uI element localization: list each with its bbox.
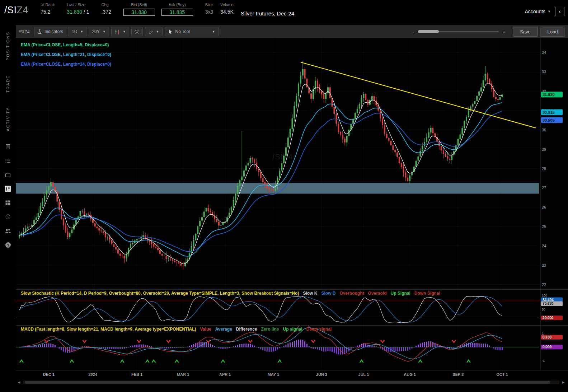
zoom-slider[interactable] <box>418 31 499 32</box>
svg-text:23: 23 <box>542 263 546 267</box>
symbol-suffix: Z4 <box>17 5 29 15</box>
svg-text:1: 1 <box>542 332 544 335</box>
people-icon[interactable] <box>4 227 11 234</box>
active-tool-label: No Tool <box>175 29 190 34</box>
chevron-down-icon: ▼ <box>548 10 551 13</box>
sidebar-tab-activity[interactable]: ACTIVITY <box>6 107 10 131</box>
toolbar-symbol[interactable]: /SIZ4 <box>19 29 30 34</box>
chart-toolbar: /SIZ4 Indicators 1D ▼ 20Y ▼ ▼ <box>16 25 568 38</box>
ema-study-label[interactable]: EMA (Price=CLOSE, Length=21, Displace=0) <box>21 50 111 60</box>
flask-icon <box>37 29 42 34</box>
price-chart[interactable]: EMA (Price=CLOSE, Length=5, Displace=0)E… <box>16 38 568 289</box>
bid-field: Bid (Sell) 31.830 <box>123 2 155 16</box>
svg-text:30: 30 <box>542 128 546 132</box>
cursor-icon <box>168 29 173 34</box>
zoom-slider-thumb[interactable] <box>418 30 439 33</box>
svg-text:28: 28 <box>542 167 546 171</box>
svg-text:20.000: 20.000 <box>543 316 554 320</box>
chg-field: Chg .372 <box>101 2 111 16</box>
svg-text:31.830: 31.830 <box>543 92 555 97</box>
legend-overbought: Overbought <box>339 291 364 296</box>
legend-down-signal: Down signal <box>306 327 332 332</box>
size-field: Size 3x3 <box>205 2 213 16</box>
ema-study-label[interactable]: EMA (Price=CLOSE, Length=34, Displace=0) <box>21 60 111 69</box>
header: /SIZ4 IV Rank 75.2 Last / Size 31.830 / … <box>0 0 568 22</box>
active-tool-dropdown[interactable]: No Tool ▼ <box>165 27 219 36</box>
iv-rank-value: 75.2 <box>41 8 55 16</box>
macd-study-label[interactable]: MACD (Fast length=8, Slow length=21, MAC… <box>21 327 332 332</box>
scrollbar-thumb[interactable] <box>25 381 550 384</box>
stochastic-title[interactable]: Slow Stochastic (K Period=14, D Period=9… <box>21 291 299 296</box>
drawing-tools-dropdown[interactable]: ▼ <box>145 27 163 36</box>
notes-icon[interactable] <box>4 143 11 150</box>
legend-zero-line: Zero line <box>261 327 279 332</box>
svg-text:26: 26 <box>542 205 546 209</box>
time-scrollbar[interactable]: ◀ ▶ <box>17 379 566 385</box>
list-icon[interactable] <box>4 157 11 164</box>
grid-icon[interactable] <box>4 199 11 206</box>
accounts-dropdown[interactable]: Accounts ▼ <box>525 9 551 14</box>
sidebar-tab-trade[interactable]: TRADE <box>6 75 10 93</box>
chart-style-dropdown[interactable]: ▼ <box>111 27 129 36</box>
help-icon[interactable]: ? <box>4 241 11 248</box>
size-value: 3x3 <box>205 8 213 16</box>
time-axis: DEC 12024FEB 1MAR 1APR 1MAY 1JUN 3JUL 1A… <box>16 370 568 379</box>
ask-button[interactable]: 31.835 <box>161 9 193 16</box>
stochastic-study-label[interactable]: Slow Stochastic (K Period=14, D Period=9… <box>21 291 440 296</box>
legend-difference: Difference <box>236 327 257 332</box>
macd-canvas[interactable]: 1-10.7300.009 <box>16 326 568 370</box>
legend-up-signal: Up Signal <box>391 291 410 296</box>
zoom-in-button[interactable]: + <box>502 29 506 35</box>
svg-text:0.730: 0.730 <box>543 335 551 339</box>
symbol-display[interactable]: /SIZ4 <box>4 5 28 16</box>
zoom-out-button[interactable]: - <box>413 29 414 35</box>
time-axis-label: APR 1 <box>219 372 231 377</box>
svg-text:24: 24 <box>542 244 546 248</box>
macd-title[interactable]: MACD (Fast length=8, Slow length=21, MAC… <box>21 327 196 332</box>
macd-panel[interactable]: MACD (Fast length=8, Slow length=21, MAC… <box>16 325 568 370</box>
time-axis-label: JUL 1 <box>358 372 369 377</box>
gear-icon <box>134 29 140 34</box>
tray-icon[interactable] <box>4 171 11 178</box>
svg-text:50: 50 <box>542 308 545 311</box>
legend-slow-d: Slow D <box>321 291 335 296</box>
scroll-left-arrow[interactable]: ◀ <box>17 381 22 384</box>
collapse-panel-button[interactable]: ‹ <box>555 7 564 16</box>
symbol-root: /SI <box>4 5 17 15</box>
legend-oversold: Oversold <box>368 291 386 296</box>
svg-text:?: ? <box>7 243 9 247</box>
price-chart-canvas[interactable]: 3433323130292827262524232231.83030.91530… <box>16 38 568 289</box>
svg-text:100: 100 <box>542 294 547 297</box>
chart-icon[interactable] <box>4 185 11 192</box>
ask-label: Ask (Buy) <box>169 2 186 8</box>
svg-text:30.915: 30.915 <box>543 110 555 115</box>
time-axis-label: AUG 1 <box>404 372 416 377</box>
chart-settings-button[interactable] <box>131 27 143 36</box>
time-axis-label: SEP 3 <box>452 372 464 377</box>
contract-title: Silver Futures, Dec-24 <box>241 10 294 17</box>
scroll-right-arrow[interactable]: ▶ <box>561 381 566 384</box>
chevron-left-icon: ‹ <box>559 9 560 14</box>
sidebar-tab-positions[interactable]: POSITIONS <box>6 32 10 61</box>
scrollbar-track[interactable] <box>23 381 559 384</box>
bid-label: Bid (Sell) <box>131 2 147 8</box>
svg-text:27: 27 <box>542 186 546 190</box>
ema-study-label[interactable]: EMA (Price=CLOSE, Length=5, Displace=0) <box>21 40 111 50</box>
timeframe-dropdown[interactable]: 1D ▼ <box>69 27 86 36</box>
chevron-down-icon: ▼ <box>103 30 106 33</box>
volume-label: Volume <box>220 2 234 8</box>
svg-text:84.494: 84.494 <box>543 298 554 302</box>
sidebar-icon-stack: ? <box>4 143 11 248</box>
volume-field: Volume 34.5K <box>220 2 234 16</box>
legend-down-signal: Down Signal <box>414 291 440 296</box>
zoom-control: - + <box>413 29 506 35</box>
chevron-down-icon: ▼ <box>156 30 159 33</box>
save-button[interactable]: Save <box>513 27 538 37</box>
history-icon[interactable] <box>4 213 11 220</box>
range-dropdown[interactable]: 20Y ▼ <box>89 27 109 36</box>
load-button[interactable]: Load <box>540 27 565 37</box>
accounts-label: Accounts <box>525 9 545 14</box>
bid-button[interactable]: 31.830 <box>123 9 155 16</box>
indicators-button[interactable]: Indicators <box>34 27 66 36</box>
stochastic-panel[interactable]: Slow Stochastic (K Period=14, D Period=9… <box>16 289 568 325</box>
